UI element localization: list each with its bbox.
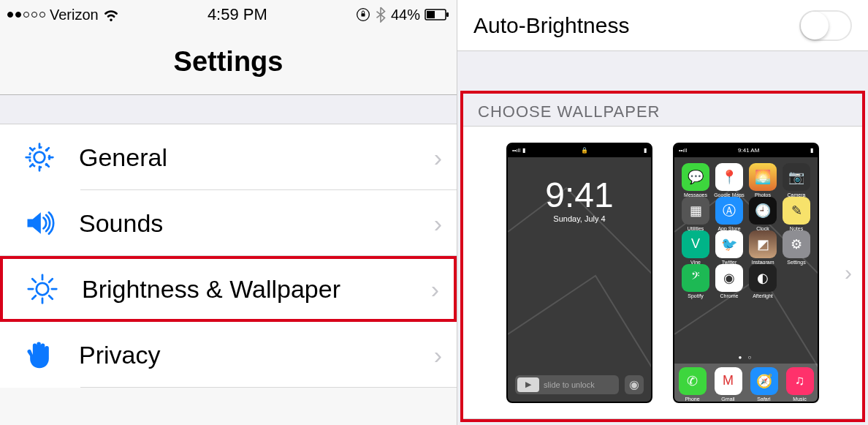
app-spotify: 𝄢Spotify: [682, 264, 709, 292]
svg-point-7: [37, 283, 49, 296]
row-label: Privacy: [57, 341, 434, 369]
app-gmail: MGmail: [715, 367, 742, 395]
settings-list: General › Sounds › Brightness & Wallpape…: [0, 124, 457, 388]
signal-dots-icon: [7, 12, 45, 18]
status-bar: Verizon 4:59 PM 44%: [0, 0, 457, 29]
app-safari: 🧭Safari: [750, 367, 778, 395]
app-camera: 📷Camera: [783, 163, 810, 191]
app-messages: 💬Messages: [682, 163, 709, 191]
svg-line-12: [32, 279, 36, 282]
lock-screen-preview[interactable]: ••ıll ▮🔒▮ 9:41 Sunday, July 4 ▶ slide to…: [506, 143, 652, 403]
camera-icon: ◉: [625, 375, 644, 394]
row-label: Sounds: [57, 209, 434, 238]
wifi-icon: [103, 7, 119, 23]
lock-icon: 🔒: [581, 147, 588, 154]
brightness-wallpaper-screen: Auto-Brightness CHOOSE WALLPAPER ••ıll ▮…: [457, 0, 868, 425]
app-chrome: ◉Chrome: [715, 264, 743, 292]
chevron-right-icon: ›: [434, 341, 442, 369]
page-title: Settings: [174, 46, 283, 78]
chevron-right-icon: ›: [845, 260, 852, 285]
svg-line-15: [32, 296, 36, 299]
clock-label: 4:59 PM: [208, 5, 267, 24]
app-utilities: ▦Utilities: [682, 197, 709, 225]
app-music: ♫Music: [786, 367, 814, 395]
row-label: Brightness & Wallpaper: [60, 275, 431, 304]
app-photos: 🌅Photos: [749, 163, 777, 191]
section-header: CHOOSE WALLPAPER: [463, 94, 862, 126]
battery-icon: [425, 9, 449, 20]
section-gap: [0, 95, 457, 124]
app-afterlight: ◐Afterlight: [749, 264, 777, 292]
row-privacy[interactable]: Privacy ›: [0, 322, 457, 388]
app-instagram: ◩Instagram: [749, 230, 777, 258]
lock-date: Sunday, July 4: [508, 214, 651, 223]
lock-clock: 9:41: [508, 178, 651, 213]
row-sounds[interactable]: Sounds ›: [0, 190, 457, 256]
app-settings: ⚙Settings: [783, 230, 810, 258]
chevron-right-icon: ›: [431, 275, 439, 304]
brightness-icon: [25, 271, 60, 306]
auto-brightness-toggle[interactable]: [799, 10, 852, 41]
carrier-label: Verizon: [50, 7, 99, 23]
hand-icon: [22, 337, 57, 372]
chevron-right-icon: ›: [434, 209, 442, 238]
app-twitter: 🐦Twitter: [715, 230, 743, 258]
app-clock: 🕘Clock: [749, 197, 777, 225]
gear-icon: [22, 140, 57, 175]
row-label: General: [57, 143, 434, 172]
chevron-right-icon: ›: [434, 143, 442, 172]
battery-percent-label: 44%: [391, 7, 420, 23]
row-brightness-wallpaper[interactable]: Brightness & Wallpaper ›: [0, 256, 457, 322]
svg-rect-3: [427, 11, 435, 18]
wallpaper-previews[interactable]: ••ıll ▮🔒▮ 9:41 Sunday, July 4 ▶ slide to…: [463, 126, 862, 419]
page-dots: ● ○: [674, 354, 818, 361]
app-appstore: ⒶApp Store: [715, 197, 743, 225]
auto-brightness-label: Auto-Brightness: [473, 13, 629, 38]
orientation-lock-icon: [356, 7, 370, 22]
home-screen-preview[interactable]: ••ıll9:41 AM▮ 💬Messages 📍Google Maps 🌅Ph…: [673, 143, 819, 403]
row-auto-brightness[interactable]: Auto-Brightness: [457, 0, 868, 51]
svg-point-5: [34, 152, 45, 163]
row-general[interactable]: General ›: [0, 124, 457, 190]
speaker-icon: [22, 206, 57, 241]
svg-rect-4: [446, 12, 449, 17]
app-vine: VVine: [682, 230, 709, 258]
app-phone: ✆Phone: [679, 367, 707, 395]
svg-line-13: [49, 296, 53, 299]
slide-to-unlock: ▶ slide to unlock: [515, 375, 619, 394]
settings-screen: Verizon 4:59 PM 44% Settings: [0, 0, 457, 425]
arrow-right-icon: ▶: [517, 377, 539, 392]
svg-line-14: [49, 279, 53, 282]
app-notes: ✎Notes: [783, 197, 810, 225]
svg-rect-1: [361, 13, 365, 16]
bluetooth-icon: [375, 7, 387, 23]
choose-wallpaper-section: CHOOSE WALLPAPER ••ıll ▮🔒▮ 9:41 Sunday, …: [460, 91, 865, 422]
app-google-maps: 📍Google Maps: [715, 163, 743, 191]
settings-header: Settings: [0, 29, 457, 95]
